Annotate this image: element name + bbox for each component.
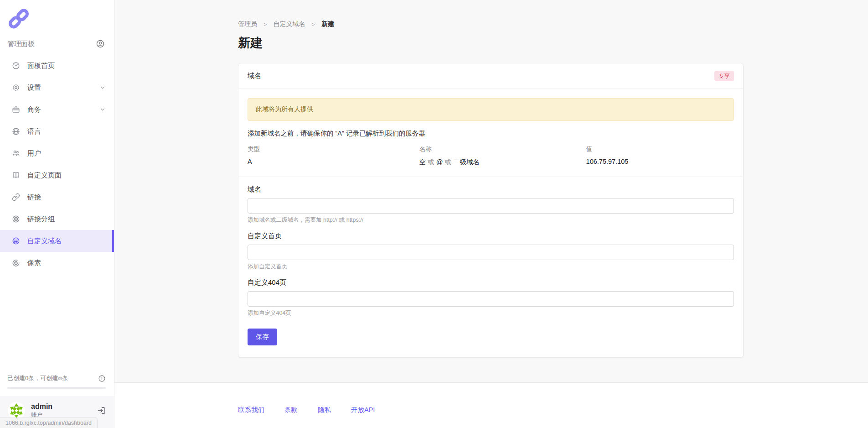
- save-button[interactable]: 保存: [248, 329, 277, 345]
- link-icon: [12, 193, 20, 201]
- sidebar-item-pixels[interactable]: 像素: [0, 252, 114, 274]
- avatar: [7, 402, 26, 420]
- pixel-dial-icon: [12, 259, 20, 267]
- domain-field-helper: 添加域名或二级域名，需要加 http:// 或 https://: [248, 216, 734, 224]
- www-globe-icon: [12, 237, 20, 245]
- card-body: 此域将为所有人提供 添加新域名之前，请确保你的 “A” 记录已解析到我们的服务器…: [238, 89, 743, 357]
- gear-icon: [12, 84, 20, 92]
- breadcrumb: 管理员 > 自定义域名 > 新建: [238, 20, 744, 28]
- sidebar-item-label: 像素: [27, 259, 106, 267]
- quota-text: 已创建0条，可创建∞条: [7, 374, 68, 382]
- browser-status-url: 1066.b.rglxc.top/admin/dashboard: [0, 418, 98, 428]
- gauge-icon: [12, 62, 20, 70]
- domain-card: 域名 专享 此域将为所有人提供 添加新域名之前，请确保你的 “A” 记录已解析到…: [238, 63, 744, 358]
- main-scroll-area: 管理员 > 自定义域名 > 新建 新建 域名 专享 此域将为所有人提供 添加新域…: [114, 0, 868, 382]
- briefcase-icon: [12, 105, 20, 114]
- user-meta: admin 账户: [31, 402, 91, 419]
- footer-link-privacy[interactable]: 隐私: [318, 406, 331, 414]
- globe-icon: [12, 127, 20, 136]
- sidebar-item-custom-domains[interactable]: 自定义域名: [0, 230, 114, 252]
- page-title: 新建: [238, 35, 744, 51]
- dns-instruction: 添加新域名之前，请确保你的 “A” 记录已解析到我们的服务器: [248, 129, 734, 138]
- sidebar-item-users[interactable]: 用户: [0, 142, 114, 164]
- app-logo[interactable]: [0, 0, 114, 35]
- chevron-down-icon: [99, 84, 106, 91]
- sidebar-item-language[interactable]: 语言: [0, 120, 114, 142]
- footer-link-open-api[interactable]: 开放API: [351, 406, 375, 414]
- breadcrumb-item-admin[interactable]: 管理员: [238, 20, 257, 28]
- users-icon: [12, 149, 20, 157]
- field-domain: 域名 添加域名或二级域名，需要加 http:// 或 https://: [248, 185, 734, 224]
- dns-record-type: A: [248, 158, 419, 167]
- quota-section: 已创建0条，可创建∞条: [0, 374, 114, 389]
- custom-homepage-label: 自定义首页: [248, 232, 734, 240]
- sidebar-item-label: 商务: [27, 105, 99, 114]
- custom-404-input[interactable]: [248, 291, 734, 307]
- user-circle-icon[interactable]: [96, 39, 105, 48]
- chevron-right-icon: >: [264, 21, 267, 28]
- custom-404-helper: 添加自定义404页: [248, 309, 734, 317]
- sidebar-item-label: 设置: [27, 84, 99, 92]
- info-icon[interactable]: [98, 375, 106, 382]
- sidebar-item-custom-pages[interactable]: 自定义页面: [0, 164, 114, 186]
- sidebar-item-label: 用户: [27, 149, 106, 158]
- custom-homepage-helper: 添加自定义首页: [248, 263, 734, 271]
- field-custom-404: 自定义404页 添加自定义404页: [248, 278, 734, 317]
- field-custom-homepage: 自定义首页 添加自定义首页: [248, 232, 734, 271]
- sidebar-item-dashboard[interactable]: 面板首页: [0, 55, 114, 77]
- user-name: admin: [31, 402, 91, 411]
- sidebar-item-label: 语言: [27, 127, 106, 136]
- card-title: 域名: [248, 72, 261, 80]
- sidebar-item-link-groups[interactable]: 链接分组: [0, 208, 114, 230]
- dns-record-name: 空 或 @ 或 二级域名: [419, 158, 586, 167]
- custom-homepage-input[interactable]: [248, 245, 734, 260]
- dns-record-value: 106.75.97.105: [586, 158, 734, 167]
- exclusive-badge: 专享: [714, 71, 734, 81]
- logout-icon[interactable]: [97, 406, 106, 415]
- domain-input[interactable]: [248, 198, 734, 214]
- sidebar-item-label: 链接: [27, 193, 106, 202]
- sidebar-item-label: 自定义域名: [27, 237, 106, 245]
- page-footer: 联系我们 条款 隐私 开放API: [114, 382, 868, 428]
- dns-col-name: 名称: [419, 145, 586, 158]
- sidebar-item-label: 面板首页: [27, 62, 106, 70]
- breadcrumb-item-new: 新建: [321, 20, 334, 28]
- chain-link-logo-icon: [8, 6, 29, 30]
- main-area: 管理员 > 自定义域名 > 新建 新建 域名 专享 此域将为所有人提供 添加新域…: [114, 0, 868, 428]
- card-header: 域名 专享: [238, 63, 743, 89]
- sidebar-item-label: 自定义页面: [27, 171, 106, 180]
- admin-panel-header: 管理面板: [0, 35, 114, 53]
- dns-col-type: 类型: [248, 145, 419, 158]
- dns-record-table: 类型 名称 值 A 空 或 @ 或 二级域名 106.75.97.1: [248, 145, 734, 167]
- domain-public-alert: 此域将为所有人提供: [248, 98, 734, 121]
- app-root: 管理面板 面板首页 设置: [0, 0, 868, 428]
- sidebar-item-settings[interactable]: 设置: [0, 77, 114, 99]
- sidebar-item-business[interactable]: 商务: [0, 99, 114, 120]
- domain-field-label: 域名: [248, 185, 734, 194]
- bullseye-icon: [12, 215, 20, 223]
- dns-col-value: 值: [586, 145, 734, 158]
- sidebar-item-links[interactable]: 链接: [0, 186, 114, 208]
- chevron-down-icon: [99, 106, 106, 113]
- sidebar-item-label: 链接分组: [27, 215, 106, 224]
- book-icon: [12, 171, 20, 179]
- quota-progress-bar: [7, 387, 106, 389]
- breadcrumb-item-custom-domains[interactable]: 自定义域名: [274, 20, 305, 28]
- sidebar-menu: 面板首页 设置 商务: [0, 53, 114, 374]
- sidebar: 管理面板 面板首页 设置: [0, 0, 114, 428]
- footer-link-terms[interactable]: 条款: [284, 406, 298, 414]
- footer-link-contact[interactable]: 联系我们: [238, 406, 264, 414]
- admin-panel-label: 管理面板: [7, 40, 35, 48]
- card-divider: [238, 177, 743, 177]
- custom-404-label: 自定义404页: [248, 278, 734, 287]
- chevron-right-icon: >: [312, 21, 315, 28]
